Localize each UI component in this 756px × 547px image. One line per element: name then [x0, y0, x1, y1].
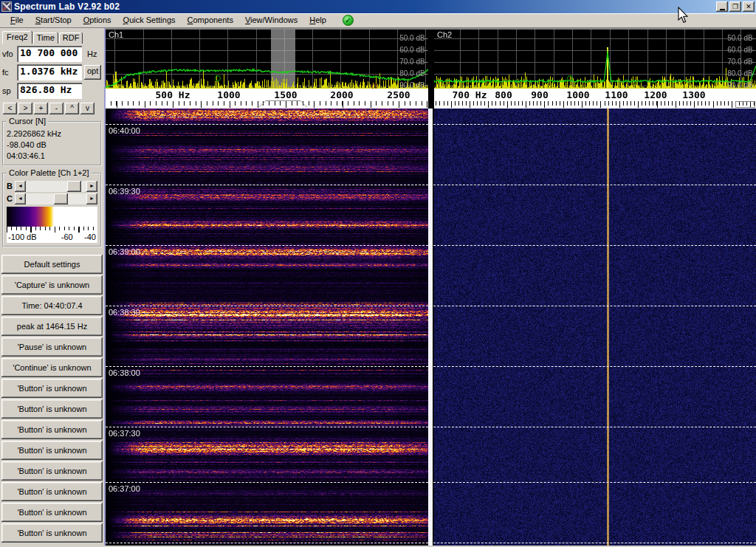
restore-button[interactable]: ❐ [729, 1, 741, 12]
menu-options[interactable]: Options [78, 14, 117, 27]
contrast-right-arrow-icon[interactable]: ► [86, 193, 97, 204]
waterfall-row: 06:40:00 06:39:30 06:39:00 06:38:30 06:3… [106, 109, 756, 547]
time-label: 06:38:30 [109, 308, 140, 317]
programmable-button[interactable]: 'Button' is unknown [1, 523, 103, 543]
cursor-frequency: 2.2926862 kHz [7, 128, 97, 140]
ch1-label: Ch1 [109, 30, 123, 39]
brightness-slider-thumb[interactable] [67, 181, 81, 192]
time-label: 06:37:00 [109, 484, 140, 493]
vfo-field[interactable]: 10 700 000 [17, 46, 82, 62]
sidebar-tabs: Freq2 Time RDF [1, 30, 103, 44]
close-button[interactable]: ✕ [743, 1, 755, 12]
ch1-db-label: 50.0 dB- [399, 34, 427, 42]
ch1-waterfall-canvas[interactable] [106, 109, 428, 547]
programmable-button[interactable]: 'Button' is unknown [1, 399, 103, 419]
palette-scale-max: -40 [84, 233, 96, 241]
tune-right-button[interactable]: > [18, 103, 32, 114]
ch1-db-label: 60.0 dB- [399, 46, 427, 54]
tune-minus-button[interactable]: - [49, 103, 63, 114]
menu-file[interactable]: File [4, 14, 30, 27]
vfo-row: vfo 10 700 000 Hz [2, 46, 102, 62]
control-sidebar: Freq2 Time RDF vfo 10 700 000 Hz fc 1.03… [0, 28, 104, 547]
continue-button[interactable]: 'Continue' is unknown [1, 358, 103, 377]
contrast-slider-thumb[interactable] [54, 193, 68, 204]
app-window: Spectrum Lab V2.92 b02 ❐ ✕ File Start/St… [0, 0, 756, 547]
time-label: 06:37:30 [109, 429, 140, 438]
frequency-ruler-row [106, 89, 756, 109]
time-gridline [106, 185, 756, 185]
tab-rdf[interactable]: RDF [59, 32, 83, 44]
menu-quick-settings[interactable]: Quick Settings [117, 14, 182, 27]
programmable-button[interactable]: 'Button' is unknown [1, 441, 103, 460]
time-gridline [106, 427, 756, 427]
peak-button[interactable]: peak at 1464.15 Hz [1, 317, 103, 336]
menu-components[interactable]: Components [182, 14, 239, 27]
programmable-button[interactable]: 'Button' is unknown [1, 420, 103, 439]
menu-bar: File Start/Stop Options Quick Settings C… [0, 13, 756, 28]
programmable-button[interactable]: 'Button' is unknown [1, 461, 103, 481]
ch1-db-label: 70.0 dB- [399, 58, 427, 66]
minimize-button[interactable] [716, 1, 728, 12]
pause-button[interactable]: 'Pause' is unknown [1, 337, 103, 357]
tune-plus-button[interactable]: + [34, 103, 48, 114]
time-gridline [106, 245, 756, 246]
time-button[interactable]: Time: 04:40:07.4 [1, 296, 103, 315]
brightness-left-arrow-icon[interactable]: ◄ [15, 181, 26, 192]
cursor-panel: Cursor [N] 2.2926862 kHz -98.040 dB 04:0… [2, 121, 102, 166]
graph-area: Ch1 50.0 dB- 60.0 dB- 70.0 dB- 80.0 dB- … [104, 28, 756, 547]
color-palette-title: Color Palette [Ch 1+2] [7, 168, 92, 177]
contrast-left-arrow-icon[interactable]: ◄ [15, 193, 26, 204]
cursor-time: 04:03:46.1 [7, 151, 97, 162]
ch1-db-label: 80.0 dB- [399, 69, 427, 78]
time-label: 06:39:30 [109, 187, 140, 196]
sp-label: sp [2, 86, 15, 95]
ch1-spectrum-panel: Ch1 50.0 dB- 60.0 dB- 70.0 dB- 80.0 dB- … [106, 30, 428, 89]
ch1-db-label: 90.0 dB- [399, 81, 427, 89]
ch2-waterfall-canvas[interactable] [434, 109, 756, 547]
cursor-panel-title: Cursor [N] [7, 117, 48, 125]
vfo-label: vfo [2, 49, 15, 58]
programmable-button[interactable]: 'Button' is unknown [1, 503, 103, 522]
restore-icon: ❐ [732, 4, 738, 10]
sp-row: sp 826.80 Hz [2, 83, 102, 99]
programmable-button[interactable]: 'Button' is unknown [1, 482, 103, 501]
tab-time[interactable]: Time [33, 32, 58, 44]
ch2-spectrum-panel: Ch2 50.0 dB- 60.0 dB- 70.0 dB- 80.0 dB- … [434, 30, 756, 89]
ch2-db-label: 70.0 dB- [727, 58, 755, 66]
menu-view-windows[interactable]: View/Windows [239, 14, 303, 27]
ch2-frequency-ruler[interactable] [434, 89, 756, 109]
contrast-slider[interactable]: ◄ ► [15, 193, 97, 204]
ch2-spectrum-canvas[interactable] [434, 30, 756, 89]
tune-left-button[interactable]: < [3, 103, 17, 114]
vfo-unit: Hz [87, 49, 97, 58]
contrast-label: C [7, 194, 15, 203]
brightness-label: B [7, 182, 15, 190]
minimize-icon [720, 9, 725, 10]
fc-field[interactable]: 1.0376 kHz [17, 64, 82, 80]
color-palette-panel: Color Palette [Ch 1+2] B ◄ ► C ◄ ► [2, 173, 102, 247]
palette-gradient [7, 207, 97, 227]
capture-button[interactable]: 'Capture' is unknown [1, 275, 103, 295]
palette-scale-mid: -60 [61, 233, 73, 241]
brightness-right-arrow-icon[interactable]: ► [86, 181, 97, 192]
close-icon: ✕ [746, 4, 752, 10]
default-settings-button[interactable]: Default settings [1, 255, 103, 274]
time-gridline [106, 366, 756, 367]
fc-opt-button[interactable]: opt [84, 65, 101, 80]
programmable-button[interactable]: 'Button' is unknown [1, 379, 103, 398]
title-bar: Spectrum Lab V2.92 b02 ❐ ✕ [0, 0, 756, 13]
palette-scale-min: -100 dB [8, 233, 37, 241]
tune-up-button[interactable]: ^ [65, 103, 79, 114]
fc-label: fc [2, 68, 15, 77]
tune-down-button[interactable]: v [80, 103, 94, 114]
menu-help[interactable]: Help [303, 14, 332, 27]
tab-freq2[interactable]: Freq2 [2, 31, 32, 44]
menu-start-stop[interactable]: Start/Stop [30, 14, 78, 27]
time-label: 06:40:00 [109, 126, 140, 135]
time-gridline [106, 543, 756, 543]
ch1-spectrum-canvas[interactable] [106, 30, 428, 89]
spectrum-row: Ch1 50.0 dB- 60.0 dB- 70.0 dB- 80.0 dB- … [106, 28, 756, 89]
sp-field[interactable]: 826.80 Hz [17, 83, 82, 99]
brightness-slider[interactable]: ◄ ► [15, 181, 97, 192]
ch1-frequency-ruler[interactable] [106, 89, 428, 109]
